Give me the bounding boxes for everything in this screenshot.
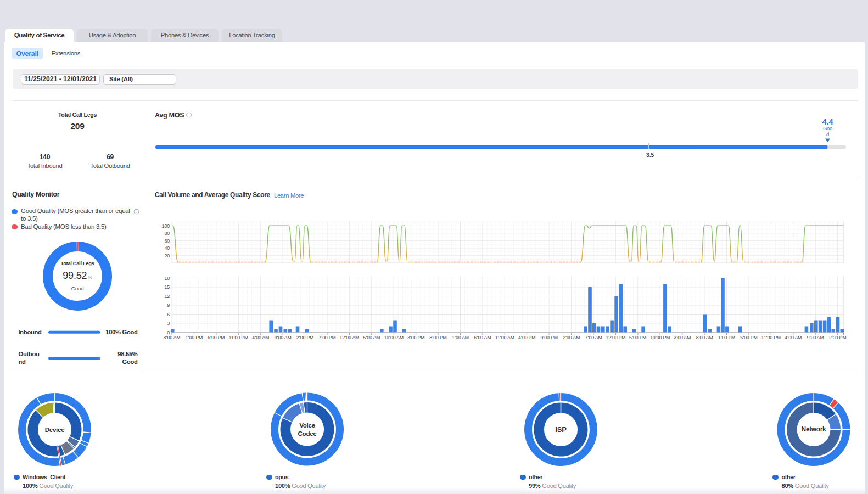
svg-text:4:00 AM: 4:00 AM	[785, 335, 802, 340]
svg-text:11:00 PM: 11:00 PM	[229, 335, 248, 340]
svg-text:12:00 AM: 12:00 AM	[340, 335, 360, 340]
svg-text:8:00 AM: 8:00 AM	[164, 335, 181, 340]
svg-text:12: 12	[164, 294, 170, 299]
svg-text:3:00 AM: 3:00 AM	[674, 335, 691, 340]
svg-text:2:00 PM: 2:00 PM	[829, 335, 846, 340]
svg-text:10:00 AM: 10:00 AM	[384, 335, 404, 340]
svg-text:6: 6	[167, 312, 170, 317]
svg-text:80: 80	[164, 231, 170, 236]
svg-text:6:00 AM: 6:00 AM	[474, 335, 491, 340]
svg-text:1:00 AM: 1:00 AM	[452, 335, 469, 340]
svg-text:3: 3	[167, 321, 170, 326]
svg-text:60: 60	[164, 238, 170, 244]
svg-text:100: 100	[162, 223, 170, 229]
svg-text:5:00 AM: 5:00 AM	[363, 335, 380, 340]
svg-text:6:00 PM: 6:00 PM	[740, 335, 757, 340]
svg-text:6:00 PM: 6:00 PM	[208, 335, 225, 340]
svg-text:40: 40	[164, 245, 170, 251]
svg-text:8:00 PM: 8:00 PM	[429, 335, 446, 340]
svg-text:15: 15	[164, 284, 170, 290]
svg-text:12:00 PM: 12:00 PM	[606, 335, 625, 340]
svg-text:9: 9	[167, 302, 170, 308]
svg-text:9:00 AM: 9:00 AM	[275, 335, 292, 340]
svg-text:1:00 PM: 1:00 PM	[186, 335, 203, 340]
svg-text:18: 18	[164, 276, 170, 281]
svg-text:2:00 AM: 2:00 AM	[563, 335, 580, 340]
svg-text:2:00 PM: 2:00 PM	[296, 335, 313, 340]
svg-text:11:00 AM: 11:00 AM	[495, 335, 514, 340]
svg-text:9:00 PM: 9:00 PM	[540, 335, 557, 340]
svg-text:9:00 AM: 9:00 AM	[807, 335, 824, 340]
svg-text:4:00 AM: 4:00 AM	[252, 335, 269, 340]
svg-text:7:00 AM: 7:00 AM	[585, 335, 602, 340]
svg-text:7:00 PM: 7:00 PM	[318, 335, 335, 340]
svg-text:8:00 AM: 8:00 AM	[696, 335, 713, 340]
svg-text:20: 20	[164, 253, 170, 259]
svg-text:1:00 PM: 1:00 PM	[718, 335, 735, 340]
svg-text:4:00 PM: 4:00 PM	[518, 335, 535, 340]
svg-text:10:00 PM: 10:00 PM	[650, 335, 670, 340]
svg-text:3:00 PM: 3:00 PM	[407, 335, 424, 340]
svg-text:11:00 PM: 11:00 PM	[761, 335, 781, 340]
svg-text:5:00 PM: 5:00 PM	[629, 335, 646, 340]
